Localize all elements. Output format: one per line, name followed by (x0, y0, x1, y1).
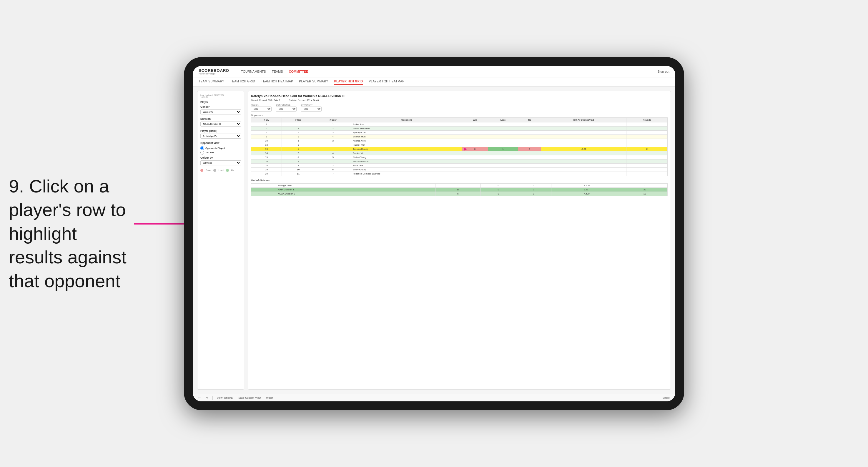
subnav-player-h2h-heatmap[interactable]: PLAYER H2H HEATMAP (369, 79, 404, 85)
colour-label-level: Level (219, 169, 224, 171)
overall-record-label: Overall Record: 353 - 34 - 6 (251, 99, 280, 101)
toolbar-divider (212, 396, 213, 400)
colour-label-up: Up (231, 169, 234, 171)
radio-top100-label: Top 100 (206, 151, 214, 154)
region-select[interactable]: (All) (251, 106, 272, 112)
filter-conference: Conference (All) (276, 104, 297, 112)
tablet-frame: SCOREBOARD Powered by clippd TOURNAMENTS… (184, 57, 684, 410)
subnav-team-summary[interactable]: TEAM SUMMARY (198, 79, 224, 85)
table-row[interactable]: 20117 Federica Domecq Lacroze (251, 172, 668, 176)
table-row[interactable]: 1691 Jessica Mason (251, 159, 668, 163)
division-select[interactable]: NCAA Division III (200, 122, 241, 127)
col-win: Win (462, 117, 488, 122)
nav-committee[interactable]: COMMITTEE (289, 68, 308, 74)
colour-indicators: Down Level Up (200, 169, 241, 172)
player-rank-select[interactable]: 8. Katelyn Vo (200, 133, 241, 138)
opponent-view-label: Opponent view (200, 142, 241, 145)
division-label: Division (200, 117, 241, 120)
col-loss: Loss (488, 117, 518, 122)
nav-links: TOURNAMENTS TEAMS COMMITTEE (241, 68, 649, 74)
filter-region: Region (All) (251, 104, 272, 112)
tablet-screen: SCOREBOARD Powered by clippd TOURNAMENTS… (193, 66, 675, 401)
table-row[interactable]: 1063 Andrea York (251, 138, 668, 143)
undo-button[interactable]: ↩ (197, 396, 202, 400)
col-div: # Div (251, 117, 282, 122)
toolbar: ↩ ↪ View: Original Save Custom View Watc… (193, 394, 675, 401)
sign-out-button[interactable]: Sign out (658, 70, 670, 73)
colour-label-down: Down (206, 169, 211, 171)
colour-dot-up (226, 169, 229, 172)
conference-select[interactable]: (All) (276, 106, 297, 112)
table-row[interactable]: 1822 Euna Lee (251, 163, 668, 167)
col-reg: # Reg (282, 117, 315, 122)
colour-by-select[interactable]: Win/loss (200, 160, 241, 165)
filters-row: Region (All) Conference (All) Opponent (251, 104, 668, 112)
grid-area: Katelyn Vo Head-to-Head Grid for Women's… (248, 91, 671, 390)
radio-opponents-played[interactable]: Opponents Played (200, 146, 241, 150)
row-arrow-indicator: ▶ (464, 147, 467, 151)
colour-dot-down (200, 169, 203, 172)
sidebar: Last Updated: 27/03/2024 16:55:28 Player… (197, 91, 244, 390)
nav-teams[interactable]: TEAMS (272, 68, 283, 74)
subnav-player-h2h-grid[interactable]: PLAYER H2H GRID (334, 79, 363, 85)
sidebar-timestamp: Last Updated: 27/03/2024 16:55:28 (200, 94, 241, 98)
subnav-team-h2h-heatmap[interactable]: TEAM H2H HEATMAP (261, 79, 293, 85)
save-custom-view-button[interactable]: Save Custom View (237, 396, 262, 400)
table-row[interactable]: NCAA Division 2 500 7.40010 (251, 192, 668, 196)
logo-title: SCOREBOARD (198, 68, 229, 73)
nav-tournaments[interactable]: TOURNAMENTS (241, 68, 266, 74)
opponents-label: Opponents: (251, 114, 668, 117)
col-diff: Diff Av Strokes/Rnd (541, 117, 626, 122)
subnav-player-summary[interactable]: PLAYER SUMMARY (299, 79, 328, 85)
overall-record-value: 353 - 34 - 6 (268, 99, 280, 101)
radio-opponents-played-label: Opponents Played (206, 147, 225, 150)
table-row[interactable]: 19106 Emily Chang (251, 167, 668, 172)
sub-nav: TEAM SUMMARY TEAM H2H GRID TEAM H2H HEAT… (193, 77, 675, 87)
division-record-value: 331 - 34 - 6 (307, 99, 319, 101)
table-row[interactable]: 131 Haejo Hyun (251, 143, 668, 147)
table-row[interactable]: Foreign Team 100 4.5002 (251, 183, 668, 187)
table-row-highlighted[interactable]: 131 Jessica Huang ▶ 0 1 0 -3.00 2 (251, 147, 668, 151)
radio-top100[interactable]: Top 100 (200, 151, 241, 155)
table-row[interactable]: 31 Esther Lee (251, 122, 668, 126)
col-tie: Tie (518, 117, 541, 122)
annotation-text: 9. Click on a player's row to highlight … (9, 174, 132, 293)
view-original-button[interactable]: View: Original (216, 396, 234, 400)
table-row[interactable]: 613 Sydney Kuo (251, 130, 668, 134)
share-button[interactable]: Share (661, 396, 671, 400)
table-row[interactable]: NAIA Division 1 1500 9.26730 (251, 187, 668, 192)
main-content: Last Updated: 27/03/2024 16:55:28 Player… (193, 87, 675, 394)
colour-by-label: Colour by (200, 156, 241, 159)
logo-sub: Powered by clippd (198, 73, 229, 75)
table-row[interactable]: 1474 Eunice Yi (251, 151, 668, 155)
out-of-division-table: Foreign Team 100 4.5002 NAIA Division 1 … (251, 183, 668, 196)
filter-opponent: Opponent (All) (301, 104, 321, 112)
opponent-view-radio-group: Opponents Played Top 100 (200, 146, 241, 155)
grid-title: Katelyn Vo Head-to-Head Grid for Women's… (251, 94, 668, 98)
gender-select[interactable]: Women's (200, 110, 241, 115)
logo: SCOREBOARD Powered by clippd (198, 68, 229, 75)
opponent-select[interactable]: (All) (301, 106, 321, 112)
annotation-container: 9. Click on a player's row to highlight … (9, 174, 132, 293)
col-conf: # Conf (315, 117, 351, 122)
gender-label: Gender (200, 105, 241, 108)
table-row[interactable]: 1585 Stella Chong (251, 155, 668, 159)
division-record-label: Division Record: 331 - 34 - 6 (289, 99, 319, 101)
redo-button[interactable]: ↪ (205, 396, 210, 400)
table-row[interactable]: 914 Sharon Mun (251, 134, 668, 138)
player-rank-label: Player (Rank) (200, 129, 241, 132)
col-opponent: Opponent (351, 117, 462, 122)
data-table: # Div # Reg # Conf Opponent Win Loss Tie… (251, 117, 668, 176)
grid-records: Overall Record: 353 - 34 - 6 Division Re… (251, 99, 668, 101)
watch-button[interactable]: Watch (265, 396, 275, 400)
colour-dot-level (213, 169, 216, 172)
nav-bar: SCOREBOARD Powered by clippd TOURNAMENTS… (193, 66, 675, 77)
subnav-team-h2h-grid[interactable]: TEAM H2H GRID (230, 79, 255, 85)
col-rounds: Rounds (626, 117, 668, 122)
out-of-division-label: Out of division (251, 179, 668, 182)
table-row[interactable]: 522 Alexis Sudjianto (251, 126, 668, 130)
player-section-label: Player (200, 101, 241, 103)
